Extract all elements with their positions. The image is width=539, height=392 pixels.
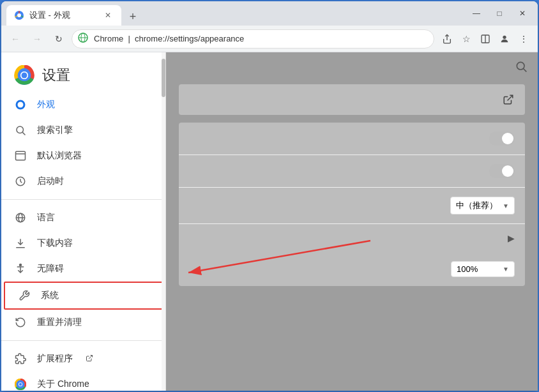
browser-window: 设置 - 外观 ✕ + — □ ✕ ← → ↻ <box>1 1 538 391</box>
settings-section-1 <box>179 84 525 115</box>
svg-point-26 <box>20 264 22 266</box>
svg-point-1 <box>17 13 21 17</box>
sidebar-label-search: 搜索引擎 <box>37 124 73 136</box>
sidebar-item-language[interactable]: 语言 <box>1 205 165 230</box>
sidebar-label-accessibility: 无障碍 <box>37 263 64 275</box>
share-button[interactable] <box>438 30 456 48</box>
sidebar-label-browser: 默认浏览器 <box>37 150 82 162</box>
zoom-dropdown[interactable]: 100% ▼ <box>451 261 515 277</box>
appearance-icon <box>14 98 27 111</box>
sidebar-label-extensions: 扩展程序 <box>37 353 73 365</box>
title-bar: 设置 - 外观 ✕ + — □ ✕ <box>1 1 538 26</box>
bookmark-button[interactable]: ☆ <box>457 30 475 48</box>
profile-button[interactable] <box>496 30 513 48</box>
sidebar-item-extensions[interactable]: 扩展程序 <box>1 346 165 372</box>
setting-row-arrow: ▶ <box>179 224 525 252</box>
toggle-2[interactable] <box>489 164 515 178</box>
svg-line-16 <box>22 132 25 135</box>
address-actions: ☆ ⋮ <box>438 30 533 48</box>
sidebar: 设置 外观 搜索引擎 <box>1 52 166 391</box>
chevron-down-icon-2: ▼ <box>503 266 509 273</box>
forward-button[interactable]: → <box>28 30 46 48</box>
sidebar-item-startup[interactable]: 启动时 <box>1 169 165 194</box>
sidebar-label-language: 语言 <box>37 212 55 223</box>
tab-area: 设置 - 外观 ✕ + <box>6 1 464 26</box>
svg-point-15 <box>17 126 24 133</box>
system-icon <box>18 289 31 302</box>
setting-row-external <box>179 84 525 115</box>
accessibility-icon <box>14 262 27 275</box>
extensions-icon <box>14 352 27 365</box>
startup-icon <box>14 175 27 188</box>
main-content: 中（推荐） ▼ ▶ 100% ▼ <box>166 52 538 391</box>
sidebar-divider-2 <box>1 340 165 341</box>
svg-point-8 <box>503 35 506 38</box>
menu-button[interactable]: ⋮ <box>515 30 533 48</box>
zoom-value: 100% <box>457 264 478 274</box>
url-input[interactable] <box>72 29 434 49</box>
sidebar-item-appearance[interactable]: 外观 <box>1 92 165 117</box>
sidebar-label-startup: 启动时 <box>37 176 64 187</box>
sidebar-item-search[interactable]: 搜索引擎 <box>1 117 165 143</box>
sidebar-label-appearance: 外观 <box>37 99 55 110</box>
sidebar-item-about[interactable]: 关于 Chrome <box>1 372 165 391</box>
address-bar: ← → ↻ ☆ <box>1 26 538 52</box>
refresh-button[interactable]: ↻ <box>50 30 68 48</box>
lock-icon <box>78 33 88 43</box>
back-button[interactable]: ← <box>6 30 24 48</box>
svg-point-31 <box>517 62 524 70</box>
setting-row-toggle-1 <box>179 123 525 155</box>
content-area: 设置 外观 搜索引擎 <box>1 52 538 391</box>
sidebar-item-reset[interactable]: 重置并清理 <box>1 310 165 335</box>
arrow-right-icon[interactable]: ▶ <box>508 233 515 243</box>
setting-row-dropdown-2: 100% ▼ <box>179 252 525 286</box>
search-icon <box>14 124 27 137</box>
font-size-dropdown[interactable]: 中（推荐） ▼ <box>450 197 515 215</box>
setting-row-toggle-2 <box>179 155 525 188</box>
sidebar-label-download: 下载内容 <box>37 237 73 249</box>
font-size-value: 中（推荐） <box>456 200 497 211</box>
close-button[interactable]: ✕ <box>512 4 533 22</box>
maximize-button[interactable]: □ <box>489 4 510 22</box>
sidebar-item-accessibility[interactable]: 无障碍 <box>1 256 165 282</box>
active-tab[interactable]: 设置 - 外观 ✕ <box>6 5 121 26</box>
browser-icon <box>14 149 27 162</box>
svg-rect-17 <box>16 151 26 160</box>
address-wrapper <box>72 29 434 49</box>
settings-search-button[interactable] <box>515 60 528 76</box>
sidebar-label-system: 系统 <box>41 290 59 301</box>
split-button[interactable] <box>476 30 494 48</box>
svg-line-33 <box>508 95 513 100</box>
settings-logo <box>14 65 34 86</box>
chevron-down-icon: ▼ <box>503 202 509 209</box>
sidebar-divider-1 <box>1 199 165 200</box>
external-link-icon[interactable] <box>502 93 515 106</box>
sidebar-item-download[interactable]: 下载内容 <box>1 230 165 256</box>
sidebar-item-browser[interactable]: 默认浏览器 <box>1 143 165 169</box>
new-tab-button[interactable]: + <box>124 8 142 26</box>
extensions-external-icon <box>86 354 93 364</box>
scroll-indicator <box>162 52 165 391</box>
settings-section-2: 中（推荐） ▼ ▶ 100% ▼ <box>179 123 525 286</box>
svg-point-30 <box>19 383 22 386</box>
chrome-favicon <box>14 10 24 20</box>
tab-title: 设置 - 外观 <box>29 10 70 21</box>
download-icon <box>14 237 27 250</box>
sidebar-label-about: 关于 Chrome <box>37 379 89 390</box>
svg-line-21 <box>20 181 22 183</box>
sidebar-header: 设置 <box>1 52 165 92</box>
toggle-1[interactable] <box>489 132 515 146</box>
minimize-button[interactable]: — <box>466 4 487 22</box>
setting-row-dropdown-1: 中（推荐） ▼ <box>179 188 525 224</box>
sidebar-title: 设置 <box>42 66 70 85</box>
svg-line-27 <box>89 355 93 359</box>
about-icon <box>14 378 27 391</box>
scroll-thumb <box>162 59 165 97</box>
tab-close-button[interactable]: ✕ <box>102 10 114 21</box>
sidebar-item-system[interactable]: 系统 <box>4 282 163 310</box>
svg-point-14 <box>18 102 24 108</box>
window-controls: — □ ✕ <box>466 4 533 22</box>
reset-icon <box>14 316 27 329</box>
svg-line-32 <box>524 69 527 72</box>
sidebar-label-reset: 重置并清理 <box>37 317 82 328</box>
